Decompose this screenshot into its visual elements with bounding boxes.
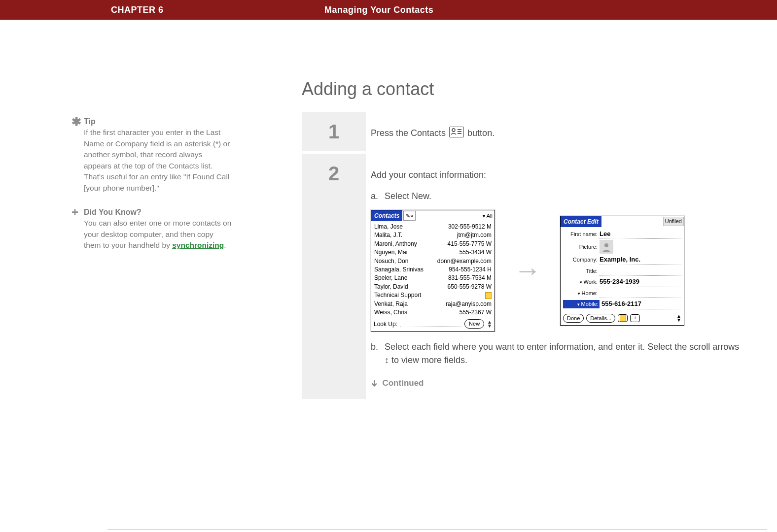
svg-point-4: [604, 243, 608, 247]
edit-title-row: Title:: [563, 266, 681, 276]
step-2: 2 Add your contact information: a. Selec…: [302, 151, 755, 399]
note-icon[interactable]: [618, 314, 628, 322]
step2-a: a. Select New.: [371, 190, 745, 203]
scroll-arrows-icon[interactable]: ▲▼: [487, 320, 492, 328]
section-heading: Adding a contact: [302, 79, 755, 100]
list-item[interactable]: Speier, Lane831-555-7534 M: [374, 274, 492, 282]
home-label[interactable]: Home:: [563, 289, 598, 298]
edit-home-row: Home:: [563, 288, 681, 299]
lookup-field[interactable]: [400, 321, 461, 327]
list-item[interactable]: Taylor, David650-555-9278 W: [374, 283, 492, 291]
palm-list-titlebar: Contacts ✎» All: [371, 210, 494, 221]
first-name-value[interactable]: Lee: [600, 229, 681, 239]
edit-company-row: Company: Example, Inc.: [563, 255, 681, 265]
step-number-2: 2: [302, 154, 366, 399]
edit-first-name-row: First name: Lee: [563, 229, 681, 239]
contact-name: Lima, Jose: [374, 223, 403, 231]
palm-edit-titlebar: Contact Edit Unfiled: [561, 216, 684, 227]
list-item[interactable]: Sanagala, Srinivas954-555-1234 H: [374, 266, 492, 274]
mobile-value[interactable]: 555-616-2117: [601, 299, 681, 309]
first-name-label: First name:: [563, 230, 598, 238]
contact-name: Sanagala, Srinivas: [374, 266, 424, 274]
edit-work-row: Work: 555-234-1939: [563, 277, 681, 287]
asterisk-icon: ✱: [71, 116, 81, 128]
picture-label: Picture:: [563, 243, 598, 251]
sidebar: ✱ Tip If the first character you enter i…: [84, 116, 232, 264]
step1-text-a: Press the Contacts: [371, 128, 448, 138]
screenshots-row: Contacts ✎» All Lima, Jose302-555-9512 M…: [371, 210, 745, 332]
company-value[interactable]: Example, Inc.: [600, 255, 681, 265]
did-you-know-block: + Did You Know? You can also enter one o…: [84, 206, 232, 251]
step2-a-text: Select New.: [385, 191, 431, 201]
details-button[interactable]: Details...: [586, 314, 615, 323]
list-item[interactable]: Technical Support: [374, 291, 492, 299]
tip-heading: Tip: [84, 116, 232, 127]
continued-arrow-icon: ➔: [368, 380, 381, 387]
contact-value: 415-555-7775 W: [448, 240, 492, 248]
contact-name: Venkat, Raja: [374, 300, 408, 308]
palm-edit-bottom-bar: Done Details... + ▲▼: [561, 312, 684, 326]
contact-value: raja@anyisp.com: [446, 300, 492, 308]
palm-list-title: Contacts: [371, 210, 402, 221]
step-1: 1 Press the Contacts button.: [302, 112, 755, 151]
contacts-button-icon: [449, 127, 464, 137]
contact-value: 555-3434 W: [459, 248, 492, 257]
palm-edit-title: Contact Edit: [561, 216, 601, 227]
step2-a-letter: a.: [371, 190, 378, 203]
palm-list-category[interactable]: All: [483, 212, 494, 220]
contact-name: Taylor, David: [374, 283, 408, 291]
list-item[interactable]: Nosuch, Dondonn@example.com: [374, 257, 492, 266]
main-content: Adding a contact 1 Press the Contacts: [302, 79, 755, 399]
plus-icon: +: [71, 206, 78, 218]
arrow-right-icon: →: [514, 250, 541, 291]
list-item[interactable]: Lima, Jose302-555-9512 M: [374, 223, 492, 231]
dyk-text-b: .: [224, 241, 226, 249]
company-label: Company:: [563, 256, 598, 264]
picture-placeholder-icon[interactable]: [600, 240, 613, 254]
contact-value: 302-555-9512 M: [448, 223, 492, 231]
list-item[interactable]: Nguyen, Mai555-3434 W: [374, 248, 492, 257]
list-item[interactable]: Venkat, Rajaraja@anyisp.com: [374, 300, 492, 308]
note-icon: [485, 292, 492, 299]
chapter-title: Managing Your Contacts: [248, 5, 777, 15]
palm-contacts-list: Contacts ✎» All Lima, Jose302-555-9512 M…: [371, 210, 495, 332]
page-footer: Tungsten™ T5 Handheld 118: [107, 530, 767, 532]
work-value[interactable]: 555-234-1939: [600, 277, 681, 287]
contact-value: jtm@jtm.com: [457, 231, 492, 239]
continued-label: Continued: [382, 378, 424, 388]
steps-list: 1 Press the Contacts button.: [302, 112, 755, 399]
palm-edit-category[interactable]: Unfiled: [663, 217, 684, 226]
step2-intro: Add your contact information:: [371, 168, 745, 182]
list-item[interactable]: Maroni, Anthony415-555-7775 W: [374, 240, 492, 248]
step2-b-letter: b.: [371, 340, 378, 354]
graffiti-icon: ✎»: [403, 211, 416, 221]
edit-picture-row: Picture:: [563, 240, 681, 254]
contact-name: Technical Support: [374, 291, 421, 299]
contact-value: 831-555-7534 M: [448, 274, 492, 282]
new-button[interactable]: New: [464, 319, 484, 329]
palm-list-rows: Lima, Jose302-555-9512 MMalita, J.T.jtm@…: [371, 221, 494, 318]
contact-value: donn@example.com: [437, 257, 492, 266]
home-value[interactable]: [600, 288, 681, 299]
synchronizing-link[interactable]: synchronizing: [172, 241, 224, 249]
contact-name: Maroni, Anthony: [374, 240, 417, 248]
done-button[interactable]: Done: [563, 314, 584, 323]
mobile-label[interactable]: Mobile:: [563, 300, 600, 308]
add-icon[interactable]: +: [630, 314, 640, 322]
title-value[interactable]: [600, 266, 681, 276]
contact-name: Nguyen, Mai: [374, 248, 407, 257]
tip-block: ✱ Tip If the first character you enter i…: [84, 116, 232, 194]
scroll-arrows-icon[interactable]: ▲▼: [676, 314, 681, 322]
list-item[interactable]: Weiss, Chris555-2367 W: [374, 308, 492, 317]
work-label[interactable]: Work:: [563, 278, 598, 286]
dyk-heading: Did You Know?: [84, 206, 232, 218]
list-item[interactable]: Malita, J.T.jtm@jtm.com: [374, 231, 492, 239]
contact-name: Weiss, Chris: [374, 308, 407, 317]
edit-mobile-row: Mobile: 555-616-2117: [563, 299, 681, 309]
chapter-number: CHAPTER 6: [0, 5, 248, 15]
contact-value: [485, 291, 492, 299]
step2-b: b. Select each field where you want to e…: [371, 340, 745, 367]
title-label: Title:: [563, 267, 598, 275]
step-1-body: Press the Contacts button.: [366, 112, 755, 151]
dyk-body: You can also enter one or more contacts …: [84, 218, 232, 251]
